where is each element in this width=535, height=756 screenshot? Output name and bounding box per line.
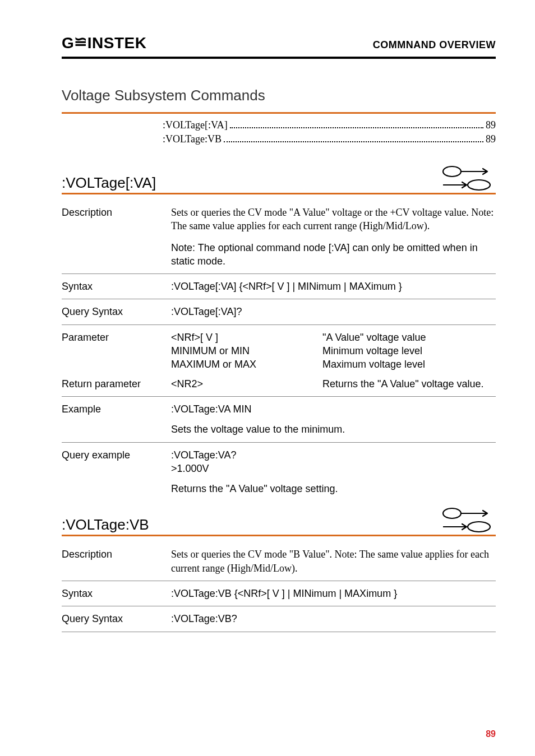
syntax-text: :VOLTage:VB {<NRf>[ V ] | MINimum | MAXi… bbox=[171, 587, 496, 600]
description-note: Note: The optional command node [:VA] ca… bbox=[171, 241, 496, 268]
description-row: Description Sets or queries the CV mode … bbox=[62, 200, 496, 274]
query-example-sub: Returns the "A Value" voltage setting. bbox=[171, 482, 496, 495]
param-right: Maximum voltage level bbox=[322, 358, 496, 371]
command-name: :VOLTage:VB bbox=[62, 516, 149, 534]
syntax-text: :VOLTage[:VA] {<NRf>[ V ] | MINimum | MA… bbox=[171, 280, 496, 293]
set-query-icon bbox=[440, 507, 496, 534]
row-label: Query example bbox=[62, 448, 171, 496]
svg-point-7 bbox=[468, 522, 490, 532]
syntax-row: Syntax :VOLTage:VB {<NRf>[ V ] | MINimum… bbox=[62, 581, 496, 606]
svg-point-3 bbox=[468, 180, 490, 190]
example-text: :VOLTage:VA MIN bbox=[171, 402, 496, 416]
param-left: MAXIMUM or MAX bbox=[171, 358, 322, 371]
syntax-row: Syntax :VOLTage[:VA] {<NRf>[ V ] | MINim… bbox=[62, 274, 496, 299]
section-rule bbox=[62, 112, 496, 114]
description-text: Sets or queries the CV mode "B Value". N… bbox=[171, 548, 496, 575]
query-example-line: :VOLTage:VA? bbox=[171, 448, 496, 462]
query-syntax-text: :VOLTage[:VA]? bbox=[171, 305, 496, 318]
command-rule bbox=[62, 193, 496, 194]
header-title: COMMNAND OVERVIEW bbox=[373, 39, 496, 51]
row-label: Query Syntax bbox=[62, 612, 171, 625]
toc-page: 89 bbox=[486, 133, 496, 145]
command-rule bbox=[62, 535, 496, 536]
table-of-contents: :VOLTage[:VA] 89 :VOLTage:VB 89 bbox=[163, 119, 496, 145]
logo-accent: ≌ bbox=[74, 33, 87, 51]
command-header-vb: :VOLTage:VB bbox=[62, 507, 496, 534]
row-label: Parameter bbox=[62, 331, 171, 372]
example-sub: Sets the voltage value to the minimum. bbox=[171, 423, 496, 436]
section-title: Voltage Subsystem Commands bbox=[62, 87, 496, 105]
toc-label: :VOLTage:VB bbox=[163, 133, 222, 145]
toc-label: :VOLTage[:VA] bbox=[163, 119, 228, 131]
return-parameter-row: Return parameter <NR2> Returns the "A Va… bbox=[62, 377, 496, 397]
page-number: 89 bbox=[486, 729, 496, 739]
logo-suffix: INSTEK bbox=[87, 34, 147, 52]
query-example-line: >1.000V bbox=[171, 462, 496, 475]
row-label: Syntax bbox=[62, 280, 171, 293]
row-label: Syntax bbox=[62, 587, 171, 600]
svg-point-4 bbox=[443, 508, 461, 518]
toc-leader bbox=[230, 127, 483, 128]
description-text: Sets or queries the CV mode "A Value" vo… bbox=[171, 206, 496, 233]
toc-row: :VOLTage:VB 89 bbox=[163, 133, 496, 145]
row-label: Query Syntax bbox=[62, 305, 171, 318]
query-syntax-row: Query Syntax :VOLTage[:VA]? bbox=[62, 299, 496, 324]
row-label: Description bbox=[62, 206, 171, 268]
query-syntax-text: :VOLTage:VB? bbox=[171, 612, 496, 625]
toc-leader bbox=[224, 141, 483, 142]
set-query-icon bbox=[440, 165, 496, 192]
param-right: "A Value" voltage value bbox=[322, 331, 496, 344]
toc-row: :VOLTage[:VA] 89 bbox=[163, 119, 496, 131]
return-right: Returns the "A Value" voltage value. bbox=[322, 377, 496, 391]
return-left: <NR2> bbox=[171, 377, 322, 391]
row-label: Example bbox=[62, 402, 171, 437]
parameter-row: Parameter <NRf>[ V ] MINIMUM or MIN MAXI… bbox=[62, 325, 496, 377]
toc-page: 89 bbox=[486, 119, 496, 131]
example-row: Example :VOLTage:VA MIN Sets the voltage… bbox=[62, 397, 496, 443]
row-label: Return parameter bbox=[62, 377, 171, 391]
svg-point-0 bbox=[443, 166, 461, 177]
logo: G≌INSTEK bbox=[62, 34, 146, 52]
query-syntax-row: Query Syntax :VOLTage:VB? bbox=[62, 606, 496, 632]
logo-prefix: G bbox=[62, 34, 74, 52]
command-header-va: :VOLTage[:VA] bbox=[62, 165, 496, 192]
command-name: :VOLTage[:VA] bbox=[62, 174, 156, 192]
param-right: Minimum voltage level bbox=[322, 344, 496, 358]
query-example-row: Query example :VOLTage:VA? >1.000V Retur… bbox=[62, 443, 496, 502]
row-label: Description bbox=[62, 548, 171, 575]
description-row: Description Sets or queries the CV mode … bbox=[62, 542, 496, 581]
param-left: MINIMUM or MIN bbox=[171, 344, 322, 358]
param-left: <NRf>[ V ] bbox=[171, 331, 322, 344]
page-header: G≌INSTEK COMMNAND OVERVIEW bbox=[62, 34, 496, 59]
